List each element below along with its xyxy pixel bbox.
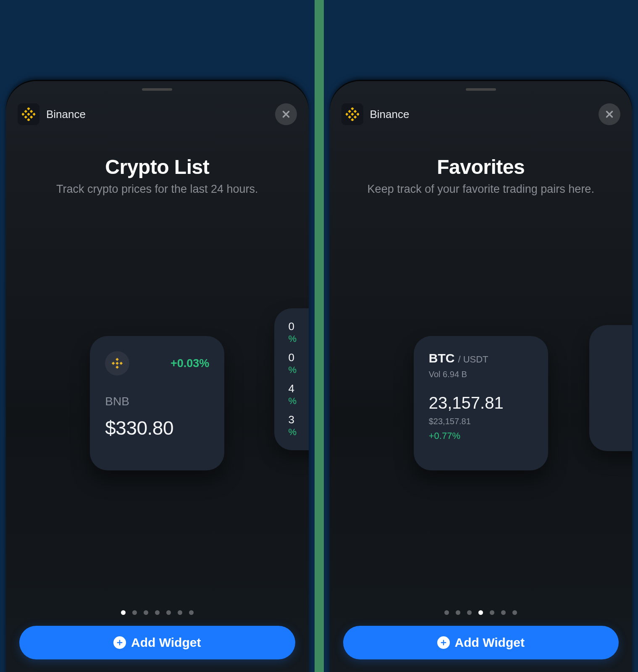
add-widget-label: Add Widget bbox=[131, 635, 201, 650]
svg-rect-21 bbox=[348, 116, 351, 119]
next-widget-peek[interactable]: 0 % 0 % 4 % 3 % bbox=[274, 308, 309, 450]
page-dot[interactable] bbox=[121, 610, 126, 615]
widget-title: Crypto List bbox=[23, 155, 292, 178]
peek-change: % bbox=[289, 427, 309, 438]
crypto-widget-card[interactable]: +0.03% BNB $330.80 bbox=[90, 336, 224, 470]
coin-symbol: BNB bbox=[105, 395, 209, 408]
widget-header: Binance bbox=[18, 103, 297, 125]
page-dot[interactable] bbox=[144, 610, 148, 615]
svg-rect-12 bbox=[120, 362, 123, 365]
add-widget-button[interactable]: Add Widget bbox=[343, 626, 619, 659]
title-block: Favorites Keep track of your favorite tr… bbox=[330, 155, 633, 196]
page-dot[interactable] bbox=[456, 610, 460, 615]
peek-change: % bbox=[289, 396, 309, 407]
volume-label: Vol 6.94 B bbox=[429, 370, 533, 379]
home-indicator[interactable] bbox=[466, 88, 496, 91]
widget-area[interactable]: +0.03% BNB $330.80 bbox=[6, 307, 309, 500]
home-indicator[interactable] bbox=[142, 88, 172, 91]
bnb-icon bbox=[105, 351, 129, 375]
svg-rect-5 bbox=[24, 110, 28, 113]
svg-rect-4 bbox=[27, 113, 30, 116]
title-block: Crypto List Track crypto prices for the … bbox=[6, 155, 309, 196]
pair-quote: / USDT bbox=[458, 354, 488, 365]
svg-rect-16 bbox=[346, 113, 348, 116]
page-dot[interactable] bbox=[155, 610, 160, 615]
next-widget-peek[interactable] bbox=[589, 325, 632, 451]
svg-rect-1 bbox=[27, 118, 30, 121]
close-button[interactable] bbox=[599, 103, 620, 125]
svg-rect-20 bbox=[353, 110, 357, 113]
page-dot[interactable] bbox=[178, 610, 182, 615]
panel-crypto-list: Binance Crypto List Track crypto prices … bbox=[0, 0, 319, 672]
page-dots[interactable] bbox=[330, 610, 633, 615]
page-dot[interactable] bbox=[467, 610, 472, 615]
svg-rect-9 bbox=[116, 358, 119, 361]
plus-icon bbox=[437, 636, 450, 649]
peek-value: 4 bbox=[289, 383, 309, 394]
peek-change: % bbox=[289, 365, 309, 375]
peek-value: 0 bbox=[289, 321, 309, 332]
app-name-label: Binance bbox=[370, 108, 410, 121]
app-name-label: Binance bbox=[46, 108, 86, 121]
peek-value: 3 bbox=[289, 414, 309, 425]
pair-subprice: $23,157.81 bbox=[429, 417, 533, 426]
svg-rect-17 bbox=[356, 113, 359, 116]
svg-rect-11 bbox=[112, 362, 115, 365]
page-dots[interactable] bbox=[6, 610, 309, 615]
svg-rect-15 bbox=[351, 118, 354, 121]
price-change: +0.03% bbox=[171, 357, 209, 370]
svg-rect-13 bbox=[116, 362, 119, 365]
svg-rect-6 bbox=[30, 110, 33, 113]
widget-header: Binance bbox=[341, 103, 621, 125]
page-dot[interactable] bbox=[132, 610, 137, 615]
page-dot[interactable] bbox=[166, 610, 171, 615]
widget-subtitle: Track crypto prices for the last 24 hour… bbox=[23, 183, 292, 196]
add-widget-label: Add Widget bbox=[455, 635, 525, 650]
phone-frame: Binance Crypto List Track crypto prices … bbox=[6, 80, 309, 672]
svg-rect-22 bbox=[353, 116, 357, 119]
svg-rect-0 bbox=[27, 108, 30, 110]
peek-value: 0 bbox=[289, 352, 309, 363]
page-dot[interactable] bbox=[501, 610, 506, 615]
widget-area[interactable]: BTC / USDT Vol 6.94 B 23,157.81 $23,157.… bbox=[330, 307, 633, 500]
svg-rect-8 bbox=[30, 116, 33, 119]
page-dot[interactable] bbox=[512, 610, 517, 615]
page-dot[interactable] bbox=[189, 610, 194, 615]
page-dot[interactable] bbox=[444, 610, 449, 615]
widget-title: Favorites bbox=[347, 155, 616, 178]
favorites-widget-card[interactable]: BTC / USDT Vol 6.94 B 23,157.81 $23,157.… bbox=[414, 336, 548, 470]
plus-icon bbox=[113, 636, 126, 649]
svg-rect-14 bbox=[351, 108, 354, 110]
svg-rect-19 bbox=[348, 110, 351, 113]
widget-card-top-row: +0.03% bbox=[105, 351, 209, 375]
coin-price: $330.80 bbox=[105, 417, 209, 439]
svg-rect-2 bbox=[22, 113, 24, 116]
svg-rect-7 bbox=[24, 116, 28, 119]
trading-pair: BTC / USDT bbox=[429, 351, 533, 365]
add-widget-button[interactable]: Add Widget bbox=[19, 626, 295, 659]
close-icon bbox=[604, 109, 615, 120]
svg-rect-10 bbox=[116, 366, 119, 369]
binance-app-icon bbox=[341, 103, 363, 125]
close-button[interactable] bbox=[275, 103, 297, 125]
pair-base: BTC bbox=[429, 351, 455, 365]
phone-frame: Binance Favorites Keep track of your fav… bbox=[330, 80, 633, 672]
svg-rect-3 bbox=[33, 113, 35, 116]
pair-change: +0.77% bbox=[429, 430, 533, 441]
panel-favorites: Binance Favorites Keep track of your fav… bbox=[319, 0, 638, 672]
close-icon bbox=[281, 109, 291, 120]
page-dot[interactable] bbox=[478, 610, 483, 615]
pair-price: 23,157.81 bbox=[429, 394, 533, 412]
binance-app-icon bbox=[18, 103, 39, 125]
peek-change: % bbox=[289, 333, 309, 344]
widget-subtitle: Keep track of your favorite trading pair… bbox=[347, 183, 616, 196]
page-dot[interactable] bbox=[490, 610, 494, 615]
svg-rect-18 bbox=[351, 113, 354, 116]
